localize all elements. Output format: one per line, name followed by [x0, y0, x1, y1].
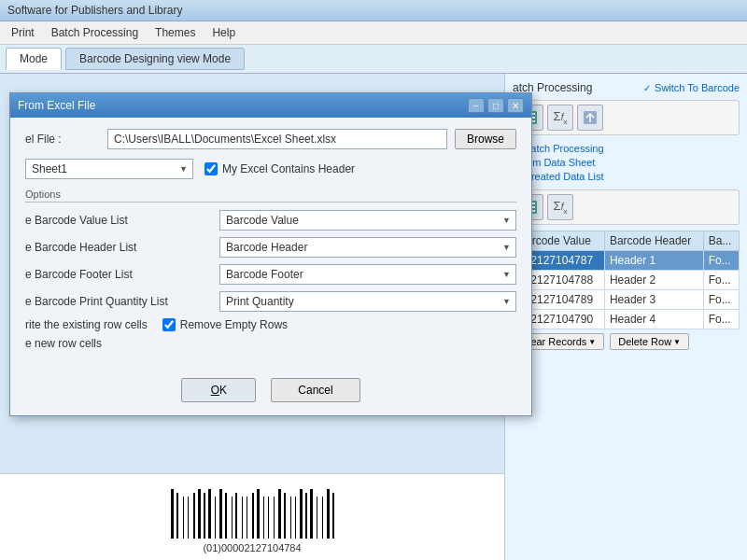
barcode-lines: [171, 487, 334, 539]
created-data-list-link[interactable]: Created Data List: [513, 171, 740, 182]
barcode-bar: [270, 489, 273, 539]
barcode-bar: [252, 493, 254, 539]
barcode-bar: [255, 497, 256, 539]
cell-header: Header 1: [604, 251, 703, 271]
barcode-bar: [282, 497, 283, 539]
formula2-icon[interactable]: Σfx: [547, 194, 573, 220]
dialog-close-btn[interactable]: ✕: [507, 98, 524, 113]
barcode-bar: [300, 489, 303, 539]
barcode-bar: [219, 489, 222, 539]
barcode-area: (01)00002127104784: [0, 473, 504, 560]
right-panel-title: atch Processing Switch To Barcode: [513, 81, 740, 94]
export-icon[interactable]: [577, 105, 603, 131]
new-row-text: e new row cells: [25, 337, 102, 350]
barcode-bar: [308, 497, 309, 539]
mapping-select-2[interactable]: Barcode Footer: [219, 264, 516, 285]
tab-barcode-designing[interactable]: Barcode Designing view Mode: [65, 48, 245, 70]
col-barcode-footer: Ba...: [703, 231, 739, 251]
col-barcode-header: Barcode Header: [604, 231, 703, 251]
barcode-bar: [303, 497, 304, 539]
dialog: From Excel File − □ ✕ el File : Browse S…: [9, 92, 532, 416]
tab-mode[interactable]: Mode: [6, 48, 62, 70]
new-row-option-row: e new row cells: [25, 337, 516, 350]
table-row[interactable]: 002127104789 Header 3 Fo...: [514, 290, 740, 310]
cell-footer: Fo...: [703, 290, 739, 310]
barcode-bar: [327, 489, 330, 539]
barcode-bar: [217, 493, 218, 539]
file-path-input[interactable]: [107, 129, 447, 149]
formula-icon[interactable]: Σfx: [547, 105, 573, 131]
menu-batch-processing[interactable]: Batch Processing: [44, 23, 146, 42]
barcode-bar: [314, 493, 316, 539]
browse-button[interactable]: Browse: [455, 129, 516, 149]
header-checkbox-label[interactable]: My Excel Contains Header: [204, 162, 355, 175]
right-panel-links: Batch Processing tom Data Sheet Created …: [513, 143, 740, 182]
barcode-bar: [332, 493, 334, 539]
barcode-bar: [284, 493, 286, 539]
tom-data-sheet-link[interactable]: tom Data Sheet: [513, 157, 740, 168]
mapping-label-2: e Barcode Footer List: [25, 268, 212, 281]
barcode-bar: [196, 497, 197, 539]
dialog-maximize-btn[interactable]: □: [487, 98, 504, 113]
file-row: el File : Browse: [25, 129, 516, 149]
barcode-bar: [176, 493, 178, 539]
dialog-title: From Excel File: [18, 99, 95, 112]
barcode-bar: [317, 497, 317, 539]
cell-header: Header 2: [604, 271, 703, 290]
barcode-bar: [324, 493, 326, 539]
barcode-bar: [268, 497, 269, 539]
mapping-select-wrapper-1: Barcode Header: [219, 237, 516, 258]
ok-button[interactable]: OK: [181, 378, 256, 402]
table-row[interactable]: 002127104787 Header 1 Fo...: [514, 251, 740, 271]
mapping-label-0: e Barcode Value List: [25, 214, 212, 227]
cell-header: Header 3: [604, 290, 703, 310]
sheet-row: Sheet1 My Excel Contains Header: [25, 159, 516, 179]
barcode-bar: [238, 489, 241, 539]
dialog-minimize-btn[interactable]: −: [468, 98, 485, 113]
switch-to-barcode-btn[interactable]: Switch To Barcode: [643, 81, 740, 94]
delete-row-btn[interactable]: Delete Row: [610, 333, 689, 350]
header-checkbox-text: My Excel Contains Header: [222, 162, 355, 175]
barcode-bar: [287, 489, 289, 539]
mapping-rows: e Barcode Value List Barcode Value e Bar…: [25, 210, 516, 312]
cell-footer: Fo...: [703, 271, 739, 290]
header-checkbox[interactable]: [204, 162, 218, 175]
mapping-select-3[interactable]: Print Quantity: [219, 291, 516, 312]
dialog-titlebar: From Excel File − □ ✕: [10, 93, 531, 118]
menu-help[interactable]: Help: [204, 23, 243, 42]
mapping-row-0: e Barcode Value List Barcode Value: [25, 210, 516, 231]
barcode-bar: [295, 497, 296, 539]
cell-footer: Fo...: [703, 251, 739, 271]
remove-empty-rows-label[interactable]: Remove Empty Rows: [162, 318, 288, 331]
barcode-bar: [228, 489, 231, 539]
ok-rest: K: [219, 384, 227, 397]
barcode-bar: [318, 489, 321, 539]
title-bar: Software for Publishers and Library: [0, 0, 747, 21]
barcode-bar: [310, 489, 313, 539]
barcode-bar: [274, 497, 275, 539]
mapping-select-0[interactable]: Barcode Value: [219, 210, 516, 231]
table-row[interactable]: 002127104788 Header 2 Fo...: [514, 271, 740, 290]
cancel-button[interactable]: Cancel: [271, 378, 359, 402]
barcode-bar: [297, 493, 299, 539]
table-row[interactable]: 002127104790 Header 4 Fo...: [514, 310, 740, 329]
sheet-select[interactable]: Sheet1: [25, 159, 193, 179]
barcode-bar: [215, 497, 216, 539]
mapping-select-1[interactable]: Barcode Header: [219, 237, 516, 258]
ok-underline: O: [211, 384, 219, 397]
barcode-bar: [212, 493, 214, 539]
barcode-bar: [261, 493, 262, 539]
menu-themes[interactable]: Themes: [148, 23, 203, 42]
batch-processing-link[interactable]: Batch Processing: [513, 143, 740, 154]
menu-print[interactable]: Print: [4, 23, 42, 42]
data-table: Barcode Value Barcode Header Ba... 00212…: [513, 231, 740, 329]
barcode-bar: [257, 489, 260, 539]
mapping-row-3: e Barcode Print Quantity List Print Quan…: [25, 291, 516, 312]
barcode-bar: [188, 497, 189, 539]
barcode-bar: [183, 497, 184, 539]
barcode-bar: [244, 493, 246, 539]
barcode-bar: [225, 493, 227, 539]
barcode-bar: [265, 493, 267, 539]
remove-empty-rows-checkbox[interactable]: [162, 318, 176, 331]
table-actions: Clear Records Delete Row: [513, 333, 740, 350]
